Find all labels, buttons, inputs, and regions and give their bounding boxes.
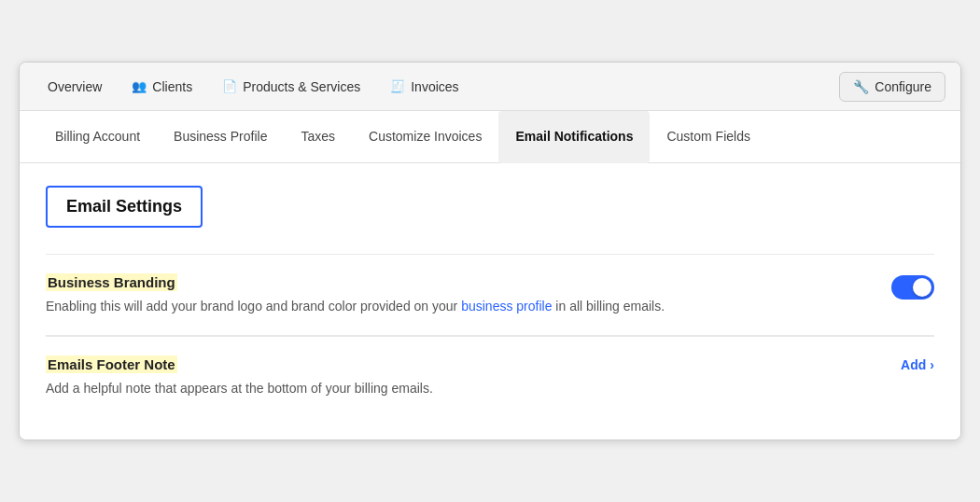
tab-business-profile[interactable]: Business Profile xyxy=(157,111,284,163)
invoices-icon: 🧾 xyxy=(390,79,405,93)
business-branding-title: Business Branding xyxy=(46,273,177,291)
tab-customize-invoices[interactable]: Customize Invoices xyxy=(352,111,498,163)
main-content: Email Settings Business Branding Enablin… xyxy=(20,163,960,439)
emails-footer-title: Emails Footer Note xyxy=(46,356,177,373)
tab-taxes[interactable]: Taxes xyxy=(284,111,352,163)
business-branding-desc: Enabling this will add your brand logo a… xyxy=(46,297,830,316)
top-nav-items: Overview 👥 Clients 📄 Products & Services… xyxy=(35,72,839,102)
business-branding-left: Business Branding Enabling this will add… xyxy=(46,273,830,316)
nav-item-invoices[interactable]: 🧾 Invoices xyxy=(377,72,471,102)
emails-footer-desc: Add a helpful note that appears at the b… xyxy=(46,379,830,398)
emails-footer-control: Add › xyxy=(901,356,934,372)
app-window: Overview 👥 Clients 📄 Products & Services… xyxy=(19,62,961,440)
business-branding-section: Business Branding Enabling this will add… xyxy=(46,254,934,335)
top-nav: Overview 👥 Clients 📄 Products & Services… xyxy=(20,63,960,111)
products-label: Products & Services xyxy=(243,79,360,94)
invoices-label: Invoices xyxy=(411,79,458,94)
configure-icon: 🔧 xyxy=(853,79,869,94)
business-profile-link[interactable]: business profile xyxy=(461,299,552,314)
emails-footer-left: Emails Footer Note Add a helpful note th… xyxy=(46,356,830,398)
business-branding-toggle[interactable] xyxy=(891,275,934,300)
business-branding-control xyxy=(891,273,934,300)
desc-before: Enabling this will add your brand logo a… xyxy=(46,299,461,314)
tab-email-notifications[interactable]: Email Notifications xyxy=(498,111,650,163)
clients-label: Clients xyxy=(152,79,192,94)
nav-item-products-services[interactable]: 📄 Products & Services xyxy=(209,72,373,102)
nav-item-clients[interactable]: 👥 Clients xyxy=(119,72,205,102)
toggle-thumb xyxy=(913,278,931,297)
configure-button[interactable]: 🔧 Configure xyxy=(839,72,945,102)
products-icon: 📄 xyxy=(222,79,237,93)
add-chevron-icon: › xyxy=(930,357,934,372)
clients-icon: 👥 xyxy=(132,79,147,93)
nav-item-overview[interactable]: Overview xyxy=(35,72,115,102)
tab-billing-account[interactable]: Billing Account xyxy=(38,111,157,163)
email-settings-title: Email Settings xyxy=(46,186,203,228)
tab-custom-fields[interactable]: Custom Fields xyxy=(650,111,766,163)
sub-nav: Billing Account Business Profile Taxes C… xyxy=(20,111,960,163)
configure-label: Configure xyxy=(875,79,931,94)
add-footer-note-button[interactable]: Add › xyxy=(901,357,934,372)
toggle-track xyxy=(891,275,934,300)
emails-footer-section: Emails Footer Note Add a helpful note th… xyxy=(46,336,934,417)
overview-label: Overview xyxy=(48,79,102,94)
add-label: Add xyxy=(901,357,926,372)
desc-after: in all billing emails. xyxy=(552,299,665,314)
